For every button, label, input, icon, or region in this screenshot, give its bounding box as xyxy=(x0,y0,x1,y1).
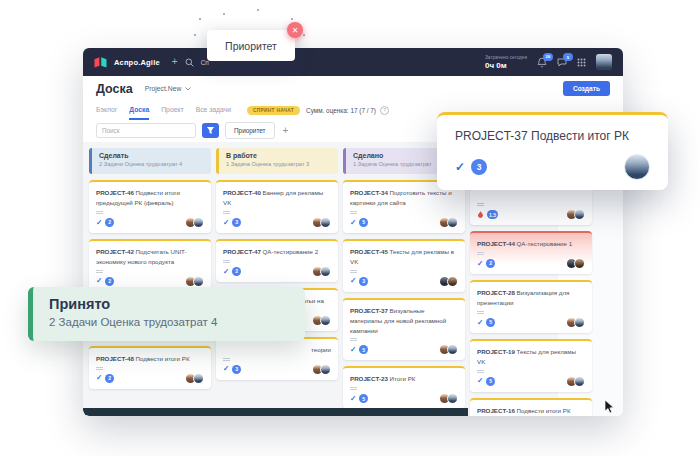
accepted-title: Принято xyxy=(49,296,289,312)
notifications-button[interactable]: 26 xyxy=(537,57,547,68)
brand-name: Аспро.Agile xyxy=(114,58,160,67)
avatar xyxy=(574,376,585,387)
dragged-task-card[interactable]: PROJECT-37 Подвести итог РК ✓ 3 xyxy=(437,112,668,190)
search-input[interactable] xyxy=(96,123,196,138)
fire-icon xyxy=(477,211,484,219)
page-title: Доска xyxy=(96,82,133,96)
avatar xyxy=(574,317,585,328)
create-button[interactable]: Создать xyxy=(563,81,610,96)
close-icon[interactable]: ✕ xyxy=(287,22,303,38)
task-card[interactable]: PROJECT-19 Тексты для рекламы VK✓5 xyxy=(470,339,592,392)
description-icon xyxy=(223,211,230,212)
task-footer: ✓3 xyxy=(350,276,458,287)
column-header[interactable]: Сделать2 Задачи Оценка трудозатрат 4 xyxy=(89,148,211,174)
add-filter-button[interactable]: + xyxy=(281,126,291,136)
task-id: PROJECT-37 xyxy=(350,307,390,314)
task-title: PROJECT-28 Визуализация для презентации xyxy=(477,288,585,308)
screenshot-stage: Аспро.Agile + Сп Затрачено сегодня 0ч 0м… xyxy=(0,0,700,456)
tab-2[interactable]: Доска xyxy=(129,100,149,120)
funnel-icon xyxy=(206,126,215,135)
accepted-column-header-overlay[interactable]: Принято 2 Задачи Оценка трудозатрат 4 xyxy=(28,287,305,341)
tab-3[interactable]: Проект xyxy=(161,100,183,120)
messages-badge: 5 xyxy=(563,53,573,61)
filter-button[interactable] xyxy=(202,123,219,138)
search-icon[interactable] xyxy=(185,58,194,67)
task-card[interactable]: PROJECT-47 QA-тестирование 2✓2 xyxy=(216,239,338,282)
task-card[interactable]: PROJECT-16 Подвести итоги РК xyxy=(470,398,592,416)
estimate-badge: 3 xyxy=(232,218,241,227)
task-card[interactable]: PROJECT-28 Визуализация для презентации✓… xyxy=(470,280,592,333)
description-icon xyxy=(477,203,484,204)
task-title: PROJECT-40 Баннер для рекламы VK xyxy=(223,188,331,208)
help-icon[interactable]: ? xyxy=(380,106,389,115)
column-header[interactable]: В работе1 Задача Оценка трудозатрат 3 xyxy=(216,148,338,174)
task-card[interactable]: PROJECT-44 QA-тестирование 1✓2 xyxy=(470,231,592,274)
assignees xyxy=(439,393,458,404)
task-title: PROJECT-42 Подсчитать UNIT-экономику нов… xyxy=(96,247,204,267)
dragged-task-title: PROJECT-37 Подвести итог РК xyxy=(455,129,650,143)
task-title: PROJECT-37 Визуальные материалы для ново… xyxy=(350,306,458,336)
assignees xyxy=(312,364,331,375)
avatar xyxy=(447,276,458,287)
page-header: Доска Project.New Создать xyxy=(83,76,623,101)
task-id: PROJECT-48 xyxy=(96,355,136,362)
check-icon: ✓ xyxy=(223,365,229,373)
task-card[interactable]: PROJECT-42 Подсчитать UNIT-экономику нов… xyxy=(89,239,211,292)
task-footer: ✓5 xyxy=(350,393,458,404)
description-icon xyxy=(96,270,103,271)
avatar xyxy=(320,364,331,375)
apps-grid-icon[interactable] xyxy=(577,58,586,67)
task-footer: ✓5 xyxy=(350,344,458,355)
navbar-right: Затрачено сегодня 0ч 0м 26 5 xyxy=(485,54,612,70)
column-title: В работе xyxy=(226,152,331,159)
task-id: PROJECT-45 xyxy=(350,248,390,255)
project-selector[interactable]: Project.New xyxy=(145,85,192,92)
task-title: теории xyxy=(223,345,331,355)
check-icon: ✓ xyxy=(455,160,465,174)
avatar xyxy=(447,393,458,404)
notifications-badge: 26 xyxy=(543,53,553,61)
tab-4[interactable]: Все задачи xyxy=(196,100,231,120)
task-id: PROJECT-42 xyxy=(96,248,136,255)
task-title: PROJECT-16 Подвести итоги РК xyxy=(477,406,585,416)
task-card[interactable]: PROJECT-23 Итоги РК✓5 xyxy=(343,366,465,409)
assignees xyxy=(312,315,331,326)
task-card[interactable]: PROJECT-37 Визуальные материалы для ново… xyxy=(343,298,465,361)
task-card[interactable]: PROJECT-40 Баннер для рекламы VK✓3 xyxy=(216,180,338,233)
estimate-badge: 1.5 xyxy=(487,210,498,219)
task-title: PROJECT-47 QA-тестирование 2 xyxy=(223,247,331,257)
task-id: PROJECT-28 xyxy=(477,289,517,296)
estimate-badge: 5 xyxy=(486,318,495,327)
avatar xyxy=(193,276,204,287)
description-icon xyxy=(350,338,357,339)
task-card[interactable]: PROJECT-45 Тексты для рекламы в VK✓3 xyxy=(343,239,465,292)
task-footer: ✓2 xyxy=(96,373,204,384)
avatar xyxy=(320,266,331,277)
assignees xyxy=(185,373,204,384)
user-avatar[interactable] xyxy=(596,54,612,70)
task-title: PROJECT-19 Тексты для рекламы VK xyxy=(477,347,585,367)
task-card[interactable]: PROJECT-46 Подвести итоги предыдущей РК … xyxy=(89,180,211,233)
priority-tooltip-label: Приоритет xyxy=(225,40,277,52)
sprint-summary: Сумм. оценка: 17 (7 / 7) xyxy=(306,107,376,114)
estimate-badge: 3 xyxy=(359,277,368,286)
mouse-cursor xyxy=(604,400,615,414)
priority-tooltip: Приоритет ✕ xyxy=(207,30,295,61)
column-title: Сделать xyxy=(99,152,204,159)
tabs: БэклогДоскаПроектВсе задачи xyxy=(96,101,231,119)
active-filter-chip[interactable]: Приоритет xyxy=(225,122,275,139)
messages-button[interactable]: 5 xyxy=(557,57,567,67)
column-cards: PROJECT-46 Подвести итоги предыдущей РК … xyxy=(89,180,211,389)
task-title: PROJECT-48 Подвести итоги РК xyxy=(96,354,204,364)
avatar xyxy=(320,315,331,326)
assignees xyxy=(566,376,585,387)
add-icon[interactable]: + xyxy=(172,57,178,67)
sprint-status-badge: СПРИНТ НАЧАТ xyxy=(247,106,300,115)
app-window: Аспро.Agile + Сп Затрачено сегодня 0ч 0м… xyxy=(83,48,623,416)
fire-icon xyxy=(477,211,484,219)
tab-1[interactable]: Бэклог xyxy=(96,100,117,120)
task-card[interactable]: PROJECT-48 Подвести итоги РК✓2 xyxy=(89,346,211,389)
task-footer: 1.5 xyxy=(477,209,585,220)
assignees xyxy=(566,209,585,220)
task-card[interactable]: теории✓3 xyxy=(216,337,338,380)
